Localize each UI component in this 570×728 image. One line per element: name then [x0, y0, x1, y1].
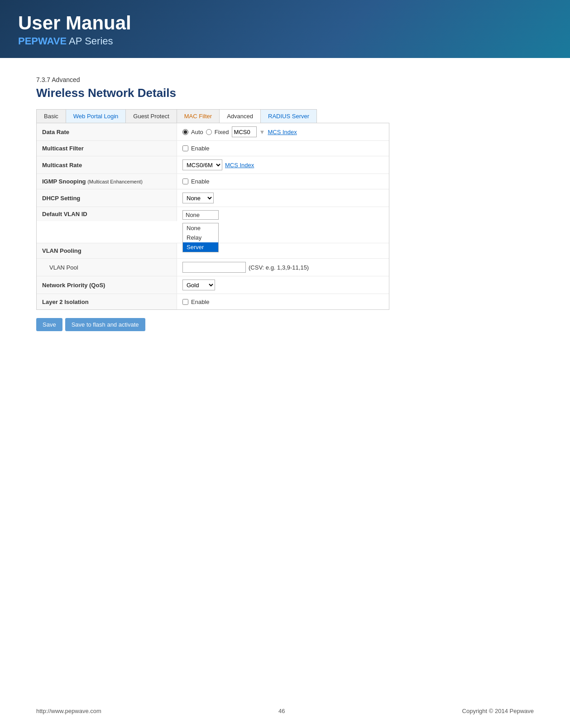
value-dhcp-setting: None Relay Server: [177, 189, 389, 207]
row-dhcp-setting: DHCP Setting None Relay Server: [37, 189, 389, 207]
label-dhcp-setting: DHCP Setting: [37, 189, 177, 207]
save-flash-button[interactable]: Save to flash and activate: [65, 318, 145, 331]
fixed-label: Fixed: [215, 129, 229, 135]
label-data-rate: Data Rate: [37, 123, 177, 140]
dhcp-option-server[interactable]: Server: [183, 242, 218, 252]
dhcp-dropdown-container: None None Relay Server: [182, 210, 219, 220]
fixed-value-input[interactable]: [232, 126, 257, 137]
page-header: User Manual PEPWAVE AP Series: [0, 0, 570, 58]
label-multicast-rate: Multicast Rate: [37, 156, 177, 174]
brand-name: PEPWAVE: [18, 35, 67, 47]
footer-copyright: Copyright © 2014 Pepwave: [462, 708, 534, 714]
tab-bar: Basic Web Portal Login Guest Protect MAC…: [36, 109, 317, 123]
footer-url: http://www.pepwave.com: [36, 708, 101, 714]
label-default-vlan-id: Default VLAN ID: [37, 207, 177, 221]
button-row: Save Save to flash and activate: [36, 318, 534, 331]
tab-advanced[interactable]: Advanced: [220, 110, 261, 123]
row-network-priority: Network Priority (QoS) Gold Silver Bronz…: [37, 276, 389, 294]
value-igmp-snooping: Enable: [177, 174, 389, 189]
value-vlan-pool: (CSV: e.g. 1,3,9-11,15): [177, 259, 389, 276]
dhcp-dropdown-list: None Relay Server: [182, 223, 219, 252]
main-content: 7.3.7 Advanced Wireless Network Details …: [0, 72, 570, 367]
row-multicast-rate: Multicast Rate MCS0/6M MCS Index: [37, 156, 389, 174]
dhcp-option-relay[interactable]: Relay: [183, 233, 218, 242]
igmp-enable-label: Enable: [191, 178, 209, 185]
page-footer: http://www.pepwave.com 46 Copyright © 20…: [0, 708, 570, 714]
save-button[interactable]: Save: [36, 318, 62, 331]
value-network-priority: Gold Silver Bronze: [177, 276, 389, 294]
row-default-vlan-id: Default VLAN ID None None Relay Server: [37, 207, 389, 243]
label-layer2-isolation: Layer 2 Isolation: [37, 294, 177, 309]
multicast-filter-enable-label: Enable: [191, 145, 209, 152]
radio-fixed[interactable]: [206, 129, 212, 135]
dhcp-selected-value: None: [186, 212, 200, 218]
auto-label: Auto: [191, 129, 203, 135]
mcs-index-link[interactable]: MCS Index: [268, 129, 297, 135]
label-vlan-pool: VLAN Pool: [37, 259, 177, 276]
label-igmp-snooping: IGMP Snooping (Multicast Enhancement): [37, 174, 177, 189]
row-igmp-snooping: IGMP Snooping (Multicast Enhancement) En…: [37, 174, 389, 189]
form-container: Data Rate Auto Fixed ▼ MCS Index Multica…: [36, 123, 389, 310]
tab-web-portal-login[interactable]: Web Portal Login: [66, 110, 126, 123]
radio-auto[interactable]: [182, 129, 188, 135]
tab-basic[interactable]: Basic: [37, 110, 66, 123]
vlan-pool-hint: (CSV: e.g. 1,3,9-11,15): [249, 264, 309, 271]
label-multicast-filter: Multicast Filter: [37, 141, 177, 156]
manual-subtitle: PEPWAVE AP Series: [18, 35, 552, 47]
row-data-rate: Data Rate Auto Fixed ▼ MCS Index: [37, 123, 389, 141]
select-dhcp-setting[interactable]: None Relay Server: [182, 193, 214, 203]
tab-mac-filter[interactable]: MAC Filter: [177, 110, 220, 123]
section-title: Wireless Network Details: [36, 86, 534, 100]
row-multicast-filter: Multicast Filter Enable: [37, 141, 389, 156]
subtitle-rest: AP Series: [67, 35, 113, 47]
dropdown-arrow: ▼: [259, 129, 265, 135]
value-default-vlan-id: None None Relay Server: [177, 207, 389, 223]
row-vlan-pool: VLAN Pool (CSV: e.g. 1,3,9-11,15): [37, 259, 389, 276]
label-vlan-pooling: VLAN Pooling: [37, 243, 177, 258]
select-network-priority[interactable]: Gold Silver Bronze: [182, 280, 215, 290]
section-number: 7.3.7 Advanced: [36, 76, 534, 83]
value-layer2-isolation: Enable: [177, 294, 389, 309]
dhcp-dropdown-trigger[interactable]: None: [182, 210, 219, 220]
checkbox-igmp-snooping[interactable]: [182, 178, 188, 184]
multicast-mcs-index-link[interactable]: MCS Index: [225, 162, 254, 169]
vlan-pool-input[interactable]: [182, 262, 246, 273]
row-layer2-isolation: Layer 2 Isolation Enable: [37, 294, 389, 309]
select-multicast-rate[interactable]: MCS0/6M: [182, 159, 222, 170]
label-network-priority: Network Priority (QoS): [37, 276, 177, 294]
tab-radius-server[interactable]: RADIUS Server: [261, 110, 316, 123]
checkbox-multicast-filter[interactable]: [182, 145, 188, 151]
footer-page: 46: [278, 708, 285, 714]
value-data-rate: Auto Fixed ▼ MCS Index: [177, 123, 389, 140]
layer2-enable-label: Enable: [191, 299, 209, 305]
tab-guest-protect[interactable]: Guest Protect: [126, 110, 177, 123]
value-multicast-filter: Enable: [177, 141, 389, 156]
manual-title: User Manual: [18, 13, 552, 34]
dhcp-option-none[interactable]: None: [183, 223, 218, 233]
checkbox-layer2-isolation[interactable]: [182, 299, 188, 305]
value-multicast-rate: MCS0/6M MCS Index: [177, 156, 389, 174]
